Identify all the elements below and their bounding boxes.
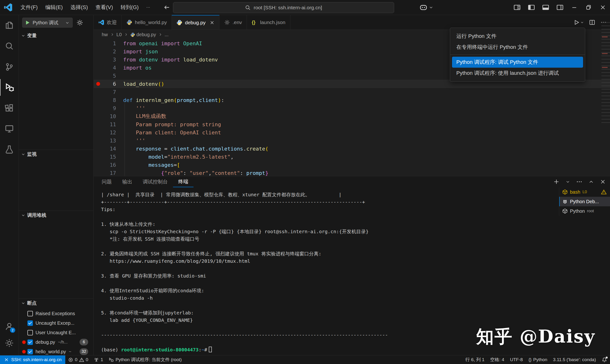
terminal-line: lab add {YOUR_CONDA_ENV_NAME} bbox=[101, 317, 556, 324]
menu-文件(F)[interactable]: 文件(F) bbox=[17, 2, 41, 13]
cursor-position[interactable]: 行 6, 列 1 bbox=[463, 357, 487, 363]
problems-status[interactable]: 0 0 bbox=[65, 357, 91, 362]
panel-more-icon[interactable] bbox=[576, 179, 582, 185]
line-number: 1 bbox=[103, 40, 116, 46]
encoding[interactable]: UTF-8 bbox=[507, 357, 526, 362]
toggle-sidebar-button[interactable] bbox=[524, 0, 539, 15]
activity-account[interactable]: 2 bbox=[0, 318, 19, 335]
back-arrow-icon[interactable] bbox=[163, 4, 170, 11]
tab-.env[interactable]: .env bbox=[220, 15, 247, 29]
copilot-menu[interactable] bbox=[419, 3, 433, 12]
breakpoint-checkbox[interactable] bbox=[27, 339, 33, 345]
breakpoint-row[interactable]: debug.py~/h...6 bbox=[19, 337, 93, 347]
breakpoint-row[interactable]: User Uncaught E... bbox=[19, 328, 93, 337]
split-editor-icon[interactable] bbox=[589, 19, 595, 26]
ports-count: 1 bbox=[101, 357, 103, 362]
menu-选择(S)[interactable]: 选择(S) bbox=[66, 2, 91, 13]
launch-profile-chevron-icon[interactable] bbox=[566, 180, 570, 184]
python-interpreter[interactable]: 3.11.5 ('base': conda) bbox=[550, 357, 599, 362]
code-text: import os bbox=[123, 65, 152, 71]
breadcrumb-item[interactable]: ... bbox=[165, 32, 169, 37]
indentation[interactable]: 空格: 4 bbox=[487, 357, 507, 363]
menu-转到(G)[interactable]: 转到(G) bbox=[117, 2, 143, 13]
menubar-more[interactable]: ··· bbox=[143, 3, 154, 12]
activity-explorer[interactable] bbox=[0, 17, 19, 34]
activity-source-control[interactable] bbox=[0, 59, 19, 75]
minimap[interactable] bbox=[601, 22, 610, 125]
tab-debug.py[interactable]: debug.py bbox=[172, 15, 219, 29]
panel-tab-问题[interactable]: 问题 bbox=[96, 176, 117, 187]
tab-launch.json[interactable]: {}launch.json bbox=[247, 15, 290, 29]
search-value: root [SSH: ssh.intern-ai.org.cn] bbox=[254, 5, 322, 11]
section-variables[interactable]: 变量 bbox=[19, 31, 93, 40]
section-watch[interactable]: 监视 bbox=[19, 150, 93, 158]
breakpoint-dot[interactable] bbox=[96, 82, 100, 86]
close-panel-icon[interactable] bbox=[600, 179, 606, 185]
close-window-button[interactable] bbox=[596, 0, 610, 15]
command-center-search[interactable]: root [SSH: ssh.intern-ai.org.cn] bbox=[173, 2, 394, 13]
code-line-10: 10 LLM生成函数 bbox=[94, 112, 610, 120]
breakpoint-checkbox[interactable] bbox=[27, 330, 33, 335]
line-number: 3 bbox=[103, 57, 116, 63]
breakpoint-checkbox[interactable] bbox=[27, 320, 33, 326]
panel-tab-调试控制台[interactable]: 调试控制台 bbox=[138, 176, 173, 187]
menu-item-Python 调试程序: 调试 Python 文件[interactable]: Python 调试程序: 调试 Python 文件 bbox=[452, 57, 583, 68]
breakpoint-row[interactable]: Raised Exceptions bbox=[19, 309, 93, 318]
tab-hello_world.py[interactable]: hello_world.py bbox=[122, 15, 172, 29]
zhihu-watermark: 知乎 @Daisy bbox=[476, 325, 595, 349]
breakpoint-row[interactable]: Uncaught Excep... bbox=[19, 318, 93, 328]
menu-item-Python 调试程序: 使用 launch.json 进行调试[interactable]: Python 调试程序: 使用 launch.json 进行调试 bbox=[450, 68, 585, 78]
activity-run-debug[interactable] bbox=[0, 79, 19, 96]
restore-button[interactable] bbox=[581, 0, 596, 15]
activity-testing[interactable] bbox=[0, 141, 19, 158]
breakpoint-row[interactable]: hello_world.py~32 bbox=[19, 347, 93, 356]
tab-欢迎[interactable]: 欢迎 bbox=[94, 15, 122, 29]
breadcrumb-item[interactable]: debug.py bbox=[130, 32, 156, 37]
start-debug-icon[interactable] bbox=[25, 20, 30, 26]
minimize-button[interactable] bbox=[567, 0, 581, 15]
activity-search[interactable] bbox=[0, 38, 19, 54]
panel-tab-输出[interactable]: 输出 bbox=[117, 176, 138, 187]
breadcrumb-item[interactable]: L0 bbox=[117, 32, 122, 37]
terminal-entry-bash[interactable]: bashL0 bbox=[559, 187, 610, 197]
toggle-secondary-sidebar-button[interactable] bbox=[553, 0, 567, 15]
ports-status[interactable]: 1 bbox=[91, 357, 106, 362]
tab-label: debug.py bbox=[185, 20, 205, 26]
gutter-breakpoint[interactable] bbox=[94, 82, 103, 86]
code-line-13: 13 ''' bbox=[94, 136, 610, 145]
breakpoint-dot bbox=[22, 340, 26, 344]
customize-layout-button[interactable] bbox=[510, 0, 524, 15]
terminal-line: 4. 使用InternStudio开箱即用的conda环境: bbox=[101, 287, 556, 294]
breakpoint-checkbox[interactable] bbox=[27, 349, 33, 354]
menu-item-在专用终端中运行 Python 文件[interactable]: 在专用终端中运行 Python 文件 bbox=[450, 42, 585, 53]
menu-查看(V)[interactable]: 查看(V) bbox=[92, 2, 117, 13]
terminal-entry-Python[interactable]: Pythonroot bbox=[559, 206, 610, 216]
activity-extensions[interactable] bbox=[0, 100, 19, 117]
braces-icon: {} bbox=[252, 20, 257, 25]
debug-status[interactable]: Python 调试程序: 当前文件 (root) bbox=[106, 357, 185, 363]
section-callstack[interactable]: 调用堆栈 bbox=[19, 211, 93, 219]
panel-tab-终端[interactable]: 终端 bbox=[173, 176, 194, 187]
new-terminal-icon[interactable] bbox=[553, 179, 559, 185]
activity-settings[interactable] bbox=[0, 335, 19, 351]
remote-indicator[interactable]: SSH: ssh.intern-ai.org.cn bbox=[0, 355, 65, 364]
language-mode[interactable]: {} Python bbox=[526, 357, 550, 362]
section-breakpoints[interactable]: 断点 bbox=[19, 299, 93, 307]
breadcrumb-item[interactable]: hw bbox=[102, 32, 108, 37]
debug-config-label: Python 调试 bbox=[33, 20, 63, 26]
breakpoint-checkbox[interactable] bbox=[27, 311, 33, 316]
menu-编辑(E)[interactable]: 编辑(E) bbox=[41, 2, 66, 13]
maximize-panel-icon[interactable] bbox=[589, 179, 594, 184]
notifications[interactable] bbox=[599, 357, 610, 363]
terminal-line bbox=[101, 302, 556, 309]
debug-settings-gear-icon[interactable] bbox=[77, 19, 83, 26]
close-icon[interactable] bbox=[210, 20, 214, 25]
toggle-panel-button[interactable] bbox=[539, 0, 553, 15]
activity-remote-explorer[interactable] bbox=[0, 120, 19, 137]
debug-config-dropdown[interactable]: Python 调试 bbox=[22, 18, 73, 28]
run-python-button[interactable] bbox=[573, 19, 584, 26]
menu-item-运行 Python 文件[interactable]: 运行 Python 文件 bbox=[450, 31, 585, 42]
python-icon bbox=[127, 20, 132, 25]
files-icon bbox=[5, 21, 14, 30]
terminal-entry-Python Deb...[interactable]: Python Deb... bbox=[559, 197, 610, 206]
